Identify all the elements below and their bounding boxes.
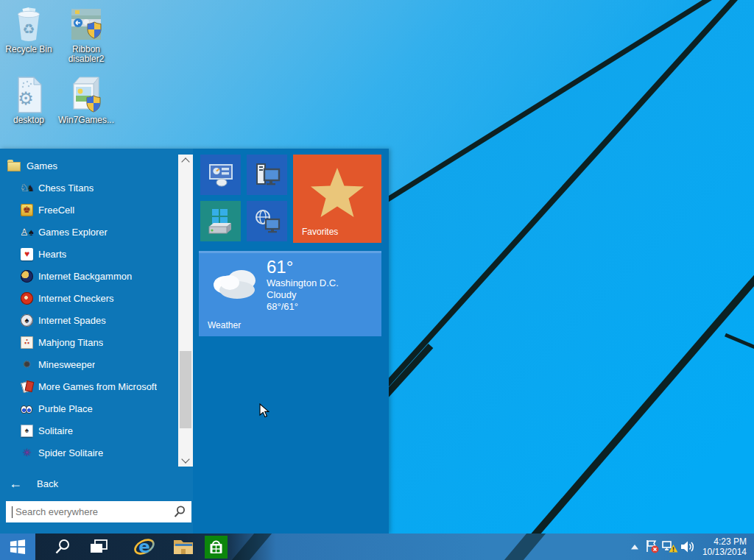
scrollbar-down-icon[interactable] — [178, 455, 193, 467]
taskbar: e — [0, 534, 754, 560]
tile-pc-settings-drive[interactable] — [200, 201, 241, 241]
desktop-icon-recycle-bin[interactable]: ♻ Recycle Bin — [0, 6, 57, 54]
menu-item-chess-titans[interactable]: Chess Titans — [0, 177, 199, 199]
clock-time: 4:23 PM — [702, 536, 747, 547]
menu-item-spider-solitaire[interactable]: Spider Solitaire — [0, 442, 199, 464]
svg-text:♻: ♻ — [22, 21, 35, 37]
menu-item-internet-spades[interactable]: Internet Spades — [0, 309, 199, 331]
solitaire-icon — [21, 425, 33, 437]
tray-action-center-button[interactable] — [644, 534, 661, 560]
this-pc-icon — [254, 163, 281, 188]
menu-item-label: More Games from Microsoft — [38, 381, 157, 392]
start-menu-tiles: Favorites 61° Washington D.C. Cloudy 68°… — [193, 149, 389, 534]
win7games-installer-icon — [57, 77, 115, 113]
scrollbar-up-icon[interactable] — [178, 155, 193, 166]
back-label: Back — [37, 478, 58, 489]
drive-windows-icon — [206, 208, 236, 235]
file-explorer-icon — [172, 538, 194, 556]
desktop-icon-label: Recycle Bin — [0, 45, 57, 54]
tile-control-panel[interactable] — [200, 155, 241, 195]
tile-this-pc[interactable] — [247, 155, 287, 195]
games-explorer-icon — [21, 226, 33, 238]
ribbon-disabler-icon — [57, 6, 115, 43]
tile-flip-edge — [199, 251, 381, 253]
tray-clock[interactable]: 4:23 PM 10/13/2014 — [697, 536, 754, 557]
menu-item-mahjong-titans[interactable]: Mahjong Titans — [0, 331, 199, 353]
menu-item-internet-backgammon[interactable]: Internet Backgammon — [0, 265, 199, 287]
start-button[interactable] — [0, 534, 35, 560]
menu-item-minesweeper[interactable]: Minesweeper — [0, 353, 199, 375]
tile-weather[interactable]: 61° Washington D.C. Cloudy 68°/61° Weath… — [199, 251, 381, 336]
internet-spades-icon — [21, 314, 33, 327]
system-tray: 4:23 PM 10/13/2014 — [626, 534, 754, 560]
menu-item-internet-checkers[interactable]: Internet Checkers — [0, 287, 199, 309]
menu-item-games-explorer[interactable]: Games Explorer — [0, 221, 199, 243]
taskbar-file-explorer-button[interactable] — [169, 534, 198, 560]
purble-place-icon — [21, 403, 33, 415]
scrollbar-thumb[interactable] — [180, 351, 191, 428]
chess-titans-icon — [21, 182, 33, 194]
tray-network-button[interactable] — [661, 534, 679, 560]
back-button[interactable]: ← Back — [0, 472, 193, 495]
speaker-icon — [680, 540, 695, 553]
weather-condition: Cloudy — [267, 289, 339, 301]
spider-solitaire-icon — [21, 447, 33, 459]
menu-item-more-games[interactable]: More Games from Microsoft — [0, 375, 199, 397]
taskbar-search-button[interactable] — [48, 534, 77, 560]
hearts-icon — [21, 248, 33, 260]
chevron-up-icon — [631, 545, 638, 550]
menu-folder-games[interactable]: Games — [0, 155, 186, 177]
svg-text:⚙: ⚙ — [18, 88, 34, 109]
tile-network[interactable] — [247, 201, 287, 241]
search-icon — [174, 506, 186, 518]
search-box[interactable] — [6, 501, 191, 522]
recycle-bin-icon: ♻ — [0, 6, 57, 43]
minesweeper-icon — [21, 358, 33, 371]
network-icon — [253, 209, 281, 234]
tray-show-hidden-button[interactable] — [626, 534, 644, 560]
menu-folder-label: Games — [27, 160, 57, 171]
menu-item-label: Spider Solitaire — [38, 447, 103, 458]
mahjong-titans-icon — [21, 336, 33, 349]
menu-item-hearts[interactable]: Hearts — [0, 243, 199, 265]
search-icon — [54, 539, 71, 555]
desktop-icon-label: desktop — [0, 116, 57, 125]
desktop-config-file-icon: ⚙ — [0, 77, 57, 113]
games-folder-icon — [7, 162, 21, 171]
desktop-icon-ribbon-disabler[interactable]: Ribbon disabler2 — [57, 6, 115, 64]
tile-favorites[interactable]: Favorites — [293, 155, 381, 243]
internet-explorer-icon: e — [133, 536, 155, 558]
menu-item-purble-place[interactable]: Purble Place — [0, 397, 199, 419]
taskbar-task-view-button[interactable] — [84, 534, 113, 560]
search-input[interactable] — [14, 506, 174, 518]
weather-temp: 61° — [267, 257, 339, 277]
taskbar-store-button[interactable] — [201, 534, 230, 560]
back-arrow-icon: ← — [9, 477, 22, 490]
menu-item-label: Purble Place — [38, 403, 93, 414]
menu-item-label: Internet Backgammon — [38, 271, 132, 282]
start-menu: Games Chess Titans FreeCell Games Explor… — [0, 149, 389, 534]
menu-item-solitaire[interactable]: Solitaire — [0, 419, 199, 442]
control-panel-icon — [208, 163, 234, 187]
menu-scrollbar[interactable] — [178, 155, 193, 467]
more-games-icon — [21, 380, 33, 393]
menu-item-freecell[interactable]: FreeCell — [0, 199, 199, 221]
desktop-icon-win7games[interactable]: Win7Games... — [57, 77, 115, 125]
menu-item-label: Internet Spades — [38, 315, 106, 326]
tray-volume-button[interactable] — [679, 534, 697, 560]
menu-item-label: Mahjong Titans — [38, 337, 103, 348]
freecell-icon — [21, 204, 33, 216]
favorites-star-icon — [293, 155, 381, 228]
menu-item-label: FreeCell — [38, 205, 74, 216]
desktop-icon-desktop-file[interactable]: ⚙ desktop — [0, 77, 57, 125]
start-menu-list: Games Chess Titans FreeCell Games Explor… — [0, 149, 193, 534]
internet-checkers-icon — [21, 292, 33, 305]
taskbar-internet-explorer-button[interactable]: e — [130, 534, 159, 560]
menu-item-label: Solitaire — [38, 425, 73, 436]
mouse-cursor — [259, 403, 269, 418]
cloudy-icon — [208, 263, 264, 302]
tile-label: Weather — [208, 320, 241, 330]
text-caret — [12, 506, 13, 518]
screen: ♻ Recycle Bin Ribbon disabler2 — [0, 0, 754, 560]
desktop-icon-label: Ribbon disabler2 — [57, 45, 115, 64]
